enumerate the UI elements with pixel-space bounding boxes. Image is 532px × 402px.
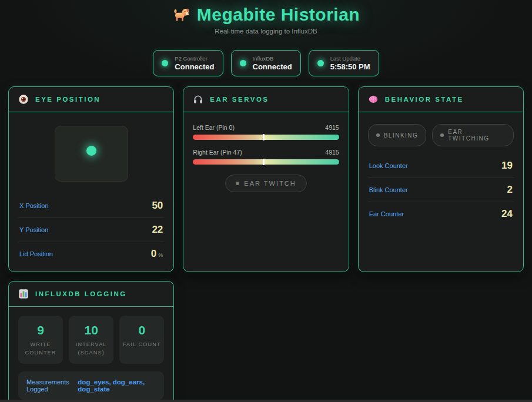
servo-marker bbox=[263, 159, 265, 165]
eye-position-card: EYE POSITION X Position 50 Y Position 22… bbox=[8, 86, 174, 272]
eye-position-card-header: EYE POSITION bbox=[9, 87, 173, 112]
window-bottom-edge bbox=[0, 400, 532, 402]
stat-number: 10 bbox=[71, 323, 111, 337]
servo-value: 4915 bbox=[325, 149, 339, 156]
stat-value: 0% bbox=[151, 248, 163, 260]
eye-position-canvas bbox=[55, 126, 128, 182]
servo-marker bbox=[263, 134, 265, 140]
status-label: Last Update bbox=[330, 55, 370, 62]
servo-gradient-bar bbox=[193, 159, 339, 165]
stat-value: 24 bbox=[501, 208, 513, 220]
percent-suffix: % bbox=[158, 252, 163, 258]
status-value: Connected bbox=[253, 62, 292, 71]
ear-twitch-button-label: EAR TWITCH bbox=[244, 180, 296, 187]
page-subtitle: Real-time data logging to InfluxDB bbox=[0, 28, 532, 35]
measurements-label: Measurements Logged bbox=[26, 378, 78, 393]
ear-twitch-button[interactable]: EAR TWITCH bbox=[225, 175, 306, 192]
stat-number: 0 bbox=[122, 323, 162, 337]
status-value: 5:58:50 PM bbox=[330, 62, 370, 71]
status-label: InfluxDB bbox=[253, 55, 292, 62]
button-dot-icon bbox=[236, 182, 239, 185]
status-badge-last-update: Last Update 5:58:50 PM bbox=[309, 50, 379, 76]
stat-label: Blink Counter bbox=[369, 186, 408, 193]
stat-label: Y Position bbox=[19, 226, 48, 233]
servo-value: 4915 bbox=[325, 124, 339, 131]
eye-icon bbox=[18, 94, 29, 105]
measurements-value: dog_eyes, dog_ears, dog_state bbox=[78, 378, 156, 393]
dog-icon bbox=[172, 7, 190, 22]
behavior-badges: BLINKING EAR TWITCHING bbox=[368, 124, 514, 146]
stat-value: 50 bbox=[152, 200, 163, 212]
stat-row-blink-counter: Blink Counter 2 bbox=[368, 178, 514, 202]
stat-row-look-counter: Look Counter 19 bbox=[368, 154, 514, 178]
badge-dot-icon bbox=[376, 133, 380, 137]
stat-value: 2 bbox=[507, 184, 513, 196]
stat-label: Look Counter bbox=[369, 162, 408, 169]
stat-value: 19 bbox=[501, 160, 513, 172]
connection-dot-icon bbox=[317, 60, 324, 66]
status-value: Connected bbox=[175, 62, 214, 71]
eye-pupil-dot bbox=[86, 146, 96, 156]
card-title: INFLUXDB LOGGING bbox=[35, 290, 127, 297]
ear-servos-card: EAR SERVOS Left Ear (Pin 0) 4915 Right E… bbox=[183, 86, 349, 272]
servo-label: Left Ear (Pin 0) bbox=[193, 124, 235, 131]
stat-value: 22 bbox=[152, 224, 163, 236]
card-title: EAR SERVOS bbox=[210, 96, 269, 103]
page-header: Megabite Historian Real-time data loggin… bbox=[0, 0, 532, 35]
stat-label: X Position bbox=[19, 202, 49, 209]
headphones-icon bbox=[193, 94, 203, 105]
cards-grid: EYE POSITION X Position 50 Y Position 22… bbox=[0, 76, 532, 402]
behavior-state-card-header: BEHAVIOR STATE bbox=[359, 87, 523, 112]
stat-row-x-position: X Position 50 bbox=[18, 194, 164, 218]
badge-label: EAR TWITCHING bbox=[448, 129, 506, 142]
bar-chart-icon bbox=[18, 289, 29, 299]
stat-box-label: FAIL COUNT bbox=[122, 341, 162, 349]
fail-count-stat: 0 FAIL COUNT bbox=[119, 316, 164, 364]
connection-dot-icon bbox=[162, 60, 168, 66]
stat-row-lid-position: Lid Position 0% bbox=[18, 242, 164, 266]
interval-scans-stat: 10 INTERVAL (SCANS) bbox=[69, 316, 113, 364]
influxdb-logging-card: INFLUXDB LOGGING 9 WRITE COUNTER 10 INTE… bbox=[8, 281, 174, 402]
stat-box-label: WRITE COUNTER bbox=[21, 341, 61, 357]
servo-gradient-bar bbox=[193, 135, 339, 140]
blinking-badge: BLINKING bbox=[368, 124, 427, 146]
brain-icon bbox=[368, 94, 379, 105]
servo-label: Right Ear (Pin 47) bbox=[193, 149, 242, 156]
ear-servos-card-header: EAR SERVOS bbox=[183, 87, 348, 112]
status-label: P2 Controller bbox=[175, 55, 214, 62]
influxdb-logging-card-header: INFLUXDB LOGGING bbox=[9, 282, 173, 307]
servo-right-ear: Right Ear (Pin 47) 4915 bbox=[193, 149, 339, 165]
stat-label: Ear Counter bbox=[369, 210, 404, 217]
stat-number: 9 bbox=[21, 323, 61, 337]
badge-dot-icon bbox=[440, 133, 444, 137]
measurements-logged-row: Measurements Logged dog_eyes, dog_ears, … bbox=[18, 371, 164, 400]
write-counter-stat: 9 WRITE COUNTER bbox=[18, 316, 63, 364]
behavior-state-card: BEHAVIOR STATE BLINKING EAR TWITCHING Lo… bbox=[358, 86, 524, 272]
status-badge-influxdb: InfluxDB Connected bbox=[231, 50, 301, 76]
status-bar: P2 Controller Connected InfluxDB Connect… bbox=[0, 50, 532, 76]
stat-row-ear-counter: Ear Counter 24 bbox=[368, 202, 514, 226]
servo-left-ear: Left Ear (Pin 0) 4915 bbox=[193, 124, 339, 140]
ear-twitching-badge: EAR TWITCHING bbox=[432, 124, 514, 146]
influx-stats-row: 9 WRITE COUNTER 10 INTERVAL (SCANS) 0 FA… bbox=[18, 316, 164, 364]
card-title: EYE POSITION bbox=[35, 96, 101, 103]
stat-row-y-position: Y Position 22 bbox=[18, 218, 164, 242]
connection-dot-icon bbox=[240, 60, 246, 66]
stat-box-label: INTERVAL (SCANS) bbox=[71, 341, 111, 357]
page-title: Megabite Historian bbox=[197, 5, 360, 25]
card-title: BEHAVIOR STATE bbox=[385, 96, 464, 103]
badge-label: BLINKING bbox=[384, 132, 419, 139]
status-badge-p2-controller: P2 Controller Connected bbox=[153, 50, 223, 76]
stat-label: Lid Position bbox=[19, 250, 53, 257]
